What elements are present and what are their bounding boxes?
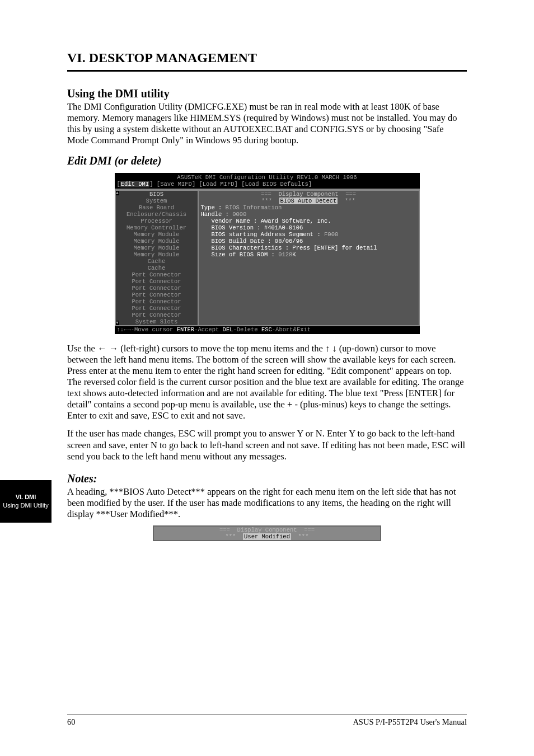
- page-footer: 60 ASUS P/I-P55T2P4 User's Manual: [67, 715, 467, 727]
- scroll-up-icon[interactable]: ▲: [116, 191, 119, 195]
- intro-paragraph: The DMI Configuration Utility (DMICFG.EX…: [67, 101, 467, 147]
- field-vendor: Vendor Name : Award Software, Inc.: [201, 218, 416, 224]
- autodetect-banner: *** BIOS Auto Detect ***: [201, 198, 416, 204]
- field-characteristics[interactable]: BIOS Characteristics : Press [ENTER] for…: [201, 245, 416, 251]
- list-item[interactable]: Cache: [116, 258, 198, 265]
- list-item[interactable]: Memory Controller: [116, 224, 198, 231]
- list-item[interactable]: Memory Module: [116, 251, 198, 258]
- list-item[interactable]: Port Connector: [116, 278, 198, 285]
- side-tab-roman: VI. DMI: [16, 494, 36, 501]
- menu-save-mifd[interactable]: Save MIFD: [160, 181, 192, 187]
- list-item[interactable]: Memory Module: [116, 245, 198, 251]
- list-item[interactable]: BIOS: [116, 191, 198, 198]
- list-item[interactable]: Port Connector: [116, 305, 198, 312]
- section-title: VI. DESKTOP MANAGEMENT: [67, 50, 467, 67]
- field-romsize: Size of BIOS ROM : 0128K: [201, 251, 416, 258]
- menu-load-mifd[interactable]: Load MIFD: [203, 181, 235, 187]
- doc-title: ASUS P/I-P55T2P4 User's Manual: [353, 717, 467, 727]
- edit-dmi-heading: Edit DMI (or delete): [67, 154, 467, 167]
- list-item[interactable]: Base Board: [116, 204, 198, 211]
- dos-title: ASUSTeK DMI Configuration Utility REV1.0…: [115, 173, 420, 181]
- user-modified-banner: === Display Component === *** User Modif…: [153, 525, 381, 541]
- list-item[interactable]: Memory Module: [116, 238, 198, 245]
- list-item[interactable]: Memory Module: [116, 231, 198, 238]
- list-item[interactable]: Port Connector: [116, 292, 198, 298]
- field-build: BIOS Build Date : 08/06/96: [201, 238, 416, 245]
- list-item[interactable]: Processor: [116, 218, 198, 224]
- list-item[interactable]: Port Connector: [116, 271, 198, 278]
- dos-title-text: ASUSTeK DMI Configuration Utility REV1.0…: [177, 174, 357, 181]
- scroll-down-icon[interactable]: ▼: [116, 321, 119, 325]
- dos-right-panel: === Display Component === *** BIOS Auto …: [199, 190, 420, 326]
- header-rule: [67, 70, 467, 72]
- list-item[interactable]: Port Connector: [116, 298, 198, 305]
- list-item[interactable]: Port Connector: [116, 312, 198, 318]
- menu-load-bios-defaults[interactable]: Load BIOS Defaults: [245, 181, 308, 187]
- display-component-header: === Display Component ===: [201, 191, 416, 198]
- paragraph-usage: Use the ← → (left-right) cursors to move…: [67, 343, 467, 422]
- list-item[interactable]: System: [116, 198, 198, 204]
- field-type: Type : BIOS Information: [201, 204, 416, 211]
- subhead-using: Using the DMI utility: [67, 87, 467, 100]
- list-item[interactable]: Port Connector: [116, 285, 198, 292]
- notes-body: A heading, ***BIOS Auto Detect*** appear…: [67, 486, 467, 520]
- side-tab-sub: Using DMI Utility: [3, 502, 48, 509]
- paragraph-esc: If the user has made changes, ESC will p…: [67, 428, 467, 462]
- side-tab: VI. DMI Using DMI Utility: [0, 480, 51, 523]
- list-item[interactable]: System Slots: [116, 318, 198, 325]
- dos-left-list[interactable]: ▲ BIOS System Base Board Enclosure/Chass…: [115, 190, 199, 326]
- field-seg: BIOS starting Address Segment : F000: [201, 231, 416, 238]
- field-biosver: BIOS Version : #401A0-0106: [201, 224, 416, 231]
- dos-window: ASUSTeK DMI Configuration Utility REV1.0…: [115, 173, 420, 334]
- list-item[interactable]: Enclosure/Chassis: [116, 211, 198, 218]
- dos-menubar[interactable]: [Edit DMI] [Save MIFD] [Load MIFD] [Load…: [115, 181, 420, 189]
- menu-edit-dmi[interactable]: Edit DMI: [120, 181, 149, 187]
- dos-statusbar: ↑↓←→-Move cursor ENTER-Accept DEL-Delete…: [115, 326, 420, 334]
- notes-heading: Notes:: [67, 472, 467, 485]
- field-handle: Handle : 0000: [201, 211, 416, 218]
- list-item[interactable]: Cache: [116, 265, 198, 271]
- page-number: 60: [67, 717, 76, 727]
